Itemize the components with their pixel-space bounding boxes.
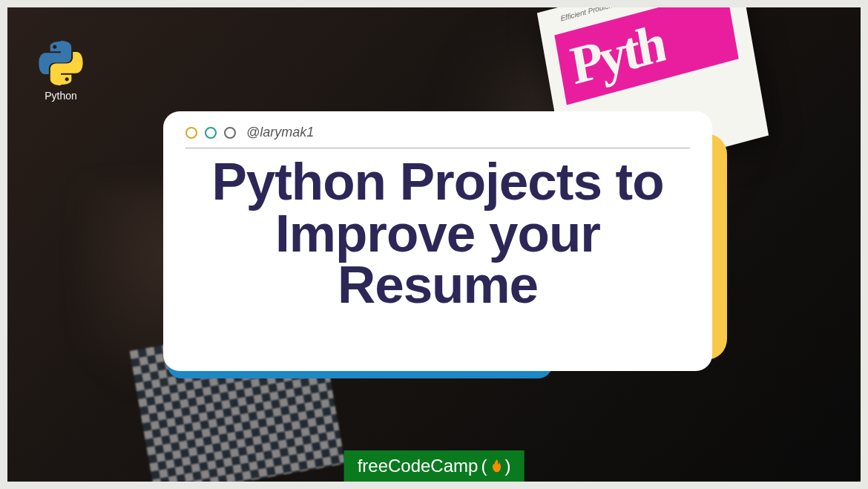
book-cover-band: Pyth (554, 7, 738, 105)
window-dot-icon (224, 127, 236, 139)
window-dot-icon (185, 127, 197, 139)
window-controls (185, 127, 236, 139)
main-heading: Python Projects to Improve your Resume (185, 156, 690, 311)
window-dot-icon (205, 127, 217, 139)
fire-icon (491, 459, 502, 473)
python-logo-badge: Python (39, 41, 83, 102)
freecodecamp-brand-text: freeCodeCamp (358, 456, 479, 476)
paren-close-icon: ) (504, 456, 510, 476)
thumbnail-container: Efficient Problem-Solving with Python Py… (7, 7, 861, 482)
author-handle: @larymak1 (246, 125, 314, 140)
freecodecamp-badge: freeCodeCamp ( ) (344, 450, 525, 482)
paren-open-icon: ( (481, 456, 487, 476)
book-title-fragment: Pyth (566, 12, 668, 97)
python-logo-label: Python (45, 90, 77, 102)
python-logo-icon (39, 41, 83, 85)
title-card: @larymak1 Python Projects to Improve you… (163, 111, 712, 371)
card-header: @larymak1 (185, 125, 690, 148)
